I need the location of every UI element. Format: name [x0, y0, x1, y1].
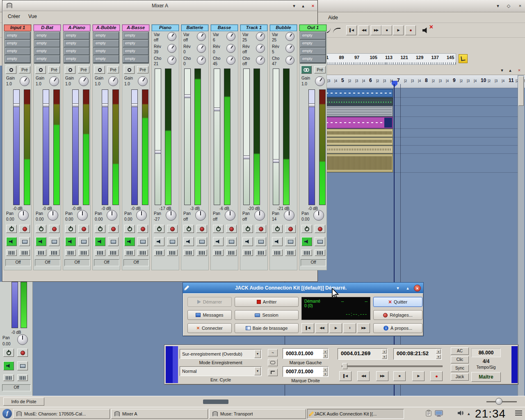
effect-slot[interactable]: empty [123, 55, 148, 63]
mute-button[interactable] [124, 237, 135, 246]
power-button[interactable] [3, 349, 14, 357]
mute-button[interactable] [213, 237, 224, 246]
effect-slot[interactable]: empty [5, 55, 30, 63]
rewind-button[interactable]: ◀◀ [357, 371, 370, 381]
stereo-route-button[interactable] [124, 66, 135, 74]
record-arm-button[interactable] [137, 225, 148, 233]
midi-ctrl-knob[interactable] [285, 32, 294, 41]
output-route-box[interactable]: Off [301, 259, 326, 266]
song-position-spinbox[interactable]: 0004.01.269 ▴▾ [338, 348, 388, 360]
midi-ctrl-knob[interactable] [226, 32, 235, 41]
power-button[interactable] [154, 225, 164, 233]
automation-read-button[interactable] [272, 249, 283, 256]
midi-ctrl-knob[interactable] [167, 44, 176, 53]
taskbar-task-button[interactable]: Mixer A [111, 409, 208, 419]
pan-knob[interactable] [107, 210, 117, 221]
record-arm-button[interactable] [167, 225, 178, 233]
jack-session-button[interactable]: Session [235, 310, 299, 320]
forward-button[interactable]: ▶▶ [376, 371, 388, 381]
pre-fader-button[interactable]: Pré [78, 66, 89, 73]
power-button[interactable] [95, 225, 105, 233]
menu-vue[interactable]: Vue [28, 14, 37, 19]
mute-button[interactable] [3, 361, 14, 370]
jack-quit-button[interactable]: ×Quitter [373, 297, 422, 307]
fader-handle[interactable] [243, 155, 250, 159]
monitor-button[interactable] [49, 237, 59, 246]
midi-ctrl-knob[interactable] [256, 44, 265, 53]
stop-button[interactable]: ■ [381, 25, 392, 35]
automation-write-button[interactable] [196, 249, 207, 256]
output-route-box[interactable]: Off [94, 259, 119, 266]
jack-connect-button[interactable]: ×Connecter [187, 323, 232, 333]
scrollbar-thumb[interactable] [518, 76, 524, 106]
effect-slot[interactable]: empty [5, 40, 30, 47]
midi-ctrl-knob[interactable] [226, 44, 235, 53]
stereo-route-button[interactable] [35, 66, 46, 74]
jack-messages-button[interactable]: Messages [187, 310, 232, 320]
track-name-label[interactable]: Bubble [270, 25, 297, 31]
start-menu-button[interactable]: f [2, 409, 12, 418]
monitor-button[interactable] [256, 237, 266, 246]
spin-down-icon[interactable]: ▾ [382, 354, 387, 359]
fader-handle[interactable] [43, 103, 49, 107]
monitor-button[interactable] [226, 237, 237, 246]
automation-read-button[interactable] [65, 249, 76, 256]
effect-slot[interactable]: empty [300, 48, 326, 55]
midi-ctrl-knob[interactable] [197, 32, 206, 41]
menu-hamburger-icon[interactable] [515, 411, 522, 417]
pan-knob[interactable] [254, 210, 265, 221]
play-button[interactable]: ▶ [412, 371, 425, 381]
fader-handle[interactable] [13, 103, 20, 107]
track-name-label[interactable]: A-Bubble [93, 25, 120, 31]
forward-button[interactable]: ▶▶ [357, 323, 370, 333]
mixer-minimize-icon[interactable]: ▾ [290, 2, 298, 9]
automation-read-button[interactable] [154, 249, 164, 256]
record-arm-button[interactable] [108, 225, 119, 233]
mute-button[interactable] [6, 237, 17, 246]
monitor-button[interactable] [108, 237, 119, 246]
gain-knob[interactable] [138, 76, 148, 86]
bar-ruler[interactable]: |2|3|45|2|3|46|2|3|47|2|3|48|2|3|49|2|3|… [320, 75, 525, 88]
spin-up-icon[interactable]: ▴ [436, 349, 441, 354]
time-position-spinbox[interactable]: 000:08:21:52 ▴▾ [393, 348, 442, 360]
power-button[interactable] [242, 225, 253, 233]
power-button[interactable] [301, 225, 312, 233]
effect-slot[interactable]: empty [64, 48, 89, 55]
volume-fader[interactable] [273, 68, 279, 205]
automation-read-button[interactable] [242, 249, 253, 256]
tray-expand-icon[interactable]: ▴ [468, 411, 470, 416]
left-marker-spinbox[interactable]: 0003.01.000 ▴▾ [283, 348, 329, 359]
volume-fader[interactable] [155, 68, 161, 205]
fader-handle[interactable] [102, 103, 108, 107]
spin-up-icon[interactable]: ▴ [382, 349, 387, 354]
display-icon[interactable] [435, 410, 443, 419]
volume-fader[interactable] [13, 89, 20, 205]
volume-fader[interactable] [214, 68, 220, 205]
forward-button[interactable]: ▶▶ [371, 25, 381, 35]
record-arm-button[interactable] [196, 225, 207, 233]
spin-up-icon[interactable]: ▴ [323, 349, 328, 354]
midi-ctrl-knob[interactable] [197, 56, 206, 65]
spin-down-icon[interactable]: ▾ [323, 354, 328, 358]
midi-ctrl-knob[interactable] [197, 44, 206, 53]
effect-slot[interactable]: empty [64, 55, 89, 63]
track-part[interactable] [320, 154, 393, 172]
mute-button[interactable] [272, 237, 283, 246]
monitor-button[interactable] [315, 237, 325, 246]
automation-read-button[interactable] [36, 249, 46, 256]
automation-read-button[interactable] [95, 249, 105, 256]
record-arm-button[interactable] [315, 225, 325, 233]
output-route-box[interactable]: Off [64, 259, 90, 266]
jack-stop-button[interactable]: Arrêter [235, 297, 299, 307]
mixer-titlebar[interactable]: Mixer A ▾ ▴ × [3, 1, 317, 11]
midi-ctrl-knob[interactable] [167, 56, 176, 65]
gain-knob[interactable] [315, 76, 325, 86]
track-part[interactable] [320, 129, 393, 137]
spin-up-icon[interactable]: ▴ [323, 367, 328, 372]
automation-write-button[interactable] [19, 249, 30, 256]
gain-knob[interactable] [108, 76, 118, 86]
main-close-icon[interactable]: × [516, 2, 524, 9]
pan-knob[interactable] [136, 210, 147, 221]
cycle-record-select[interactable]: Normal ▾ [180, 366, 262, 376]
effect-slot[interactable]: empty [64, 40, 89, 47]
